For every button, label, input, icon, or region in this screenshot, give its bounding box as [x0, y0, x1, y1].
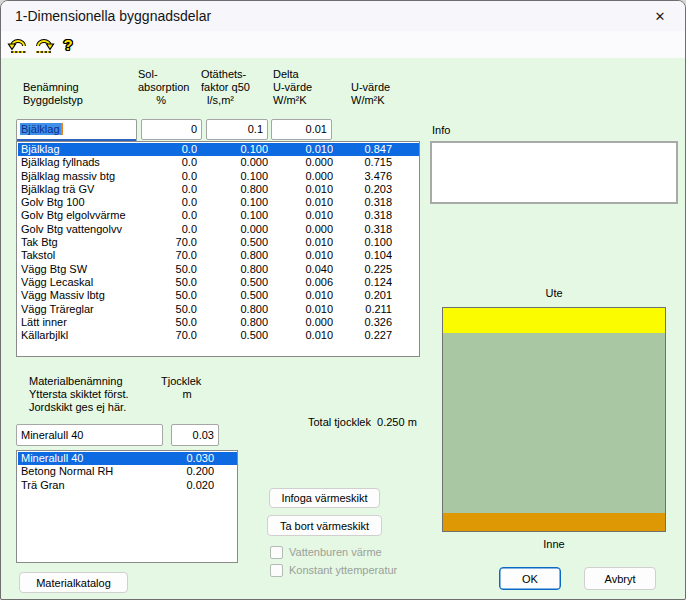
part-sol-cell: 70.0	[128, 249, 197, 262]
window-title: 1-Dimensionella byggnadsdelar	[15, 1, 211, 31]
material-thickness-cell: 0.200	[158, 465, 214, 478]
remove-heat-layer-button[interactable]: Ta bort värmeskikt	[267, 515, 382, 536]
part-u-cell: 0.100	[333, 236, 392, 249]
building-part-row[interactable]: Bjälklag trä GV 0.0 0.800 0.010 0.203	[18, 183, 419, 196]
part-q50-cell: 0.100	[197, 196, 268, 209]
q50-input[interactable]: 0.1	[206, 119, 268, 140]
material-catalog-button[interactable]: Materialkatalog	[19, 572, 128, 593]
part-name-input[interactable]: Bjälklag	[16, 119, 137, 142]
part-delta-cell: 0.010	[268, 236, 333, 249]
building-part-row[interactable]: Vägg Lecaskal 50.0 0.500 0.006 0.124	[18, 276, 419, 289]
dialog-1d-building-parts: 1-Dimensionella byggnadsdelar ✕	[0, 0, 686, 600]
part-q50-cell: 0.800	[197, 263, 268, 276]
part-name-cell: Golv Btg vattengolvv	[18, 223, 128, 236]
building-part-row[interactable]: Bjälklag massiv btg 0.0 0.100 0.000 3.47…	[18, 170, 419, 183]
part-q50-cell: 0.800	[197, 183, 268, 196]
part-delta-cell: 0.010	[268, 329, 333, 342]
title-bar: 1-Dimensionella byggnadsdelar ✕	[1, 1, 685, 31]
building-part-row[interactable]: Lätt inner 50.0 0.800 0.000 0.326	[18, 316, 419, 329]
undo-icon	[7, 36, 29, 54]
constant-temp-label: Konstant yttemperatur	[289, 564, 397, 577]
constant-temp-checkbox	[270, 564, 283, 577]
building-part-row[interactable]: Tak Btg 70.0 0.500 0.010 0.100	[18, 236, 419, 249]
building-part-row[interactable]: Vägg Massiv lbtg 50.0 0.500 0.010 0.201	[18, 289, 419, 302]
material-row[interactable]: Betong Normal RH 0.200	[18, 465, 237, 478]
part-q50-cell: 0.000	[197, 223, 268, 236]
part-u-cell: 0.227	[333, 329, 392, 342]
header-benamning: Benämning Byggdelstyp	[23, 81, 83, 107]
header-uvarde: U-värde W/m²K	[351, 81, 390, 107]
building-part-row[interactable]: Vägg Träreglar 50.0 0.800 0.010 0.211	[18, 303, 419, 316]
part-delta-cell: 0.010	[268, 289, 333, 302]
building-part-row[interactable]: Bjälklag fyllnads 0.0 0.000 0.000 0.715	[18, 156, 419, 169]
part-name-cell: Vägg Btg SW	[18, 263, 128, 276]
part-sol-cell: 50.0	[128, 263, 197, 276]
part-u-cell: 0.225	[333, 263, 392, 276]
building-part-row[interactable]: Golv Btg 100 0.0 0.100 0.010 0.318	[18, 196, 419, 209]
insert-heat-layer-button[interactable]: Infoga värmeskikt	[269, 488, 380, 508]
redo-button[interactable]	[32, 34, 56, 55]
part-u-cell: 0.318	[333, 196, 392, 209]
part-sol-cell: 50.0	[128, 289, 197, 302]
material-row[interactable]: Mineralull 40 0.030	[18, 452, 237, 465]
part-q50-cell: 0.500	[197, 329, 268, 342]
material-list[interactable]: Mineralull 40 0.030 Betong Normal RH 0.2…	[16, 450, 238, 563]
part-u-cell: 0.203	[333, 183, 392, 196]
building-part-row[interactable]: Golv Btg vattengolvv 0.0 0.000 0.000 0.3…	[18, 223, 419, 236]
sol-absorption-input[interactable]: 0	[141, 119, 202, 140]
part-q50-cell: 0.500	[197, 276, 268, 289]
part-name-cell: Lätt inner	[18, 316, 128, 329]
part-u-cell: 0.104	[333, 249, 392, 262]
material-thickness-input[interactable]: 0.03	[171, 424, 219, 446]
part-name-cell: Tak Btg	[18, 236, 128, 249]
part-name-cell: Bjälklag	[18, 143, 128, 156]
header-otathetsfaktor: Otäthets- faktor q50 l/s,m²	[201, 68, 250, 107]
part-q50-cell: 0.000	[197, 156, 268, 169]
part-name-cell: Golv Btg elgolvvärme	[18, 209, 128, 222]
layer-band-outer	[443, 308, 665, 333]
part-u-cell: 0.201	[333, 289, 392, 302]
building-part-list[interactable]: Bjälklag 0.0 0.100 0.010 0.847 Bjälklag …	[16, 141, 420, 357]
part-u-cell: 0.318	[333, 209, 392, 222]
building-part-row[interactable]: Vägg Btg SW 50.0 0.800 0.040 0.225	[18, 263, 419, 276]
text-caret	[61, 123, 63, 135]
ok-button[interactable]: OK	[499, 567, 561, 590]
redo-icon	[33, 36, 55, 54]
part-name-cell: Bjälklag fyllnads	[18, 156, 128, 169]
part-sol-cell: 50.0	[128, 276, 197, 289]
undo-button[interactable]	[6, 34, 30, 55]
building-part-row[interactable]: Takstol 70.0 0.800 0.010 0.104	[18, 249, 419, 262]
material-thickness-cell: 0.030	[158, 452, 214, 465]
help-icon: ?	[63, 37, 72, 52]
building-part-row[interactable]: Bjälklag 0.0 0.100 0.010 0.847	[18, 143, 419, 156]
cancel-button[interactable]: Avbryt	[584, 567, 656, 590]
part-q50-cell: 0.500	[197, 289, 268, 302]
material-name-input[interactable]: Mineralull 40	[16, 424, 163, 446]
info-label: Info	[432, 124, 450, 136]
part-delta-cell: 0.000	[268, 170, 333, 183]
part-name-cell: Vägg Massiv lbtg	[18, 289, 128, 302]
part-sol-cell: 0.0	[128, 196, 197, 209]
delta-uvarde-input[interactable]: 0.01	[271, 119, 332, 140]
part-delta-cell: 0.040	[268, 263, 333, 276]
part-sol-cell: 0.0	[128, 223, 197, 236]
part-sol-cell: 70.0	[128, 329, 197, 342]
part-name-cell: Källarbjlkl	[18, 329, 128, 342]
help-button[interactable]: ?	[56, 34, 80, 55]
part-delta-cell: 0.000	[268, 223, 333, 236]
building-part-row[interactable]: Golv Btg elgolvvärme 0.0 0.100 0.010 0.3…	[18, 209, 419, 222]
header-solabsorption: Sol- absorption %	[138, 68, 189, 107]
close-icon: ✕	[655, 9, 666, 24]
part-sol-cell: 0.0	[128, 183, 197, 196]
material-row[interactable]: Trä Gran 0.020	[18, 479, 237, 492]
water-heating-checkbox	[270, 546, 283, 559]
part-name-cell: Bjälklag massiv btg	[18, 170, 128, 183]
part-sol-cell: 50.0	[128, 303, 197, 316]
info-box[interactable]	[430, 141, 678, 204]
close-button[interactable]: ✕	[639, 2, 681, 30]
building-part-row[interactable]: Källarbjlkl 70.0 0.500 0.010 0.227	[18, 329, 419, 342]
part-u-cell: 0.211	[333, 303, 392, 316]
material-name-cell: Betong Normal RH	[18, 465, 158, 478]
part-sol-cell: 0.0	[128, 143, 197, 156]
part-q50-cell: 0.100	[197, 170, 268, 183]
